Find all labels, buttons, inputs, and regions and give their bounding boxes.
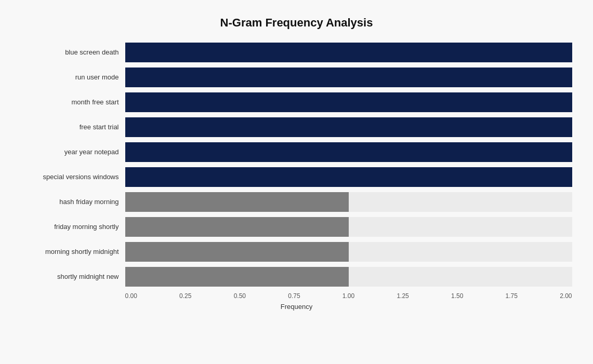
chart-title: N-Gram Frequency Analysis [21,16,572,30]
x-tick: 0.00 [125,292,137,300]
bar-row: month free start [21,90,572,115]
bar-track [125,68,572,87]
bar-row: shortly midnight new [21,264,572,289]
bar-fill [125,167,572,187]
bar-track [125,92,572,112]
bar-label: hash friday morning [21,198,125,206]
bar-label: special versions windows [21,173,125,181]
bar-label: morning shortly midnight [21,248,125,255]
x-ticks: 0.000.250.500.751.001.251.501.752.00 [125,289,572,300]
bar-track [125,267,572,287]
bar-label: year year notepad [21,148,125,156]
bar-fill [125,117,572,137]
chart-area: blue screen deathrun user modemonth free… [21,40,572,310]
bar-label: month free start [21,98,125,106]
bar-row: blue screen death [21,40,572,65]
x-tick: 0.25 [179,292,191,300]
x-tick: 0.75 [288,292,300,300]
bar-fill [125,242,349,262]
bar-label: run user mode [21,73,125,81]
bar-fill [125,68,572,87]
x-tick: 1.25 [397,292,408,300]
bar-label: friday morning shortly [21,223,125,231]
bar-fill [125,43,572,62]
bar-track [125,142,572,162]
bar-row: hash friday morning [21,190,572,214]
x-tick: 1.00 [342,292,354,300]
bar-row: run user mode [21,65,572,90]
x-tick: 1.50 [451,292,463,300]
x-tick: 1.75 [506,292,518,300]
bar-track [125,192,572,212]
chart-container: N-Gram Frequency Analysis blue screen de… [11,6,583,359]
x-axis-label: Frequency [21,303,572,311]
bar-track [125,167,572,187]
bar-row: special versions windows [21,165,572,190]
x-tick: 2.00 [560,292,572,300]
bar-label: blue screen death [21,48,125,56]
bar-row: morning shortly midnight [21,239,572,264]
bar-fill [125,142,572,162]
bar-fill [125,267,349,287]
bar-row: friday morning shortly [21,214,572,239]
bar-fill [125,92,572,112]
bar-track [125,217,572,237]
bar-fill [125,192,349,212]
bar-fill [125,217,349,237]
bar-label: shortly midnight new [21,273,125,280]
bar-row: free start trial [21,115,572,140]
bar-label: free start trial [21,123,125,131]
bar-track [125,43,572,62]
x-tick: 0.50 [234,292,246,300]
bars-section: blue screen deathrun user modemonth free… [21,40,572,289]
bar-track [125,117,572,137]
bar-row: year year notepad [21,140,572,165]
bar-track [125,242,572,262]
